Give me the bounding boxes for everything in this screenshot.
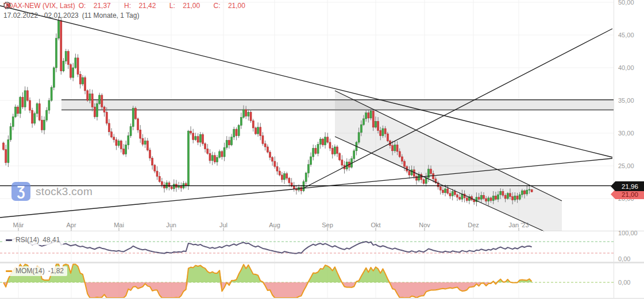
x-axis-label: Sep bbox=[322, 222, 333, 228]
mom-legend-dash-icon bbox=[6, 270, 12, 272]
x-axis-label: Mai bbox=[114, 222, 124, 228]
clock-icon bbox=[3, 2, 11, 9]
mom-indicator-label[interactable]: MOM(14) -1,82 bbox=[3, 266, 67, 276]
rsi-value: 48,41 bbox=[43, 236, 60, 244]
chart-header: VDAX-NEW (VIX, Last) O: 21,37 H: 21,42 L… bbox=[3, 2, 257, 20]
y-axis-label: 25,00 bbox=[618, 162, 634, 170]
x-axis-label: Apr bbox=[66, 222, 76, 228]
open-value: 21,37 bbox=[94, 2, 111, 10]
low-value: 21,00 bbox=[183, 2, 200, 10]
x-axis-label: Nov bbox=[419, 222, 430, 228]
y-axis-label: 0,00 bbox=[618, 255, 630, 263]
ohlc-readout: O: 21,37 H: 21,42 L: 21,00 C: 21,00 bbox=[79, 2, 257, 10]
x-axis-label: Jun bbox=[166, 222, 176, 228]
panel-separator-rsi-mom bbox=[0, 262, 644, 263]
duration: (11 Monate, 1 Tag) bbox=[82, 11, 140, 20]
y-axis-label: 30,00 bbox=[618, 129, 634, 137]
watermark-text: stock3.com bbox=[36, 185, 92, 198]
x-axis-label: Mär bbox=[13, 222, 24, 228]
y-axis-label: 100,00 bbox=[618, 229, 638, 237]
instrument-name[interactable]: VDAX-NEW (VIX, Last) bbox=[3, 2, 75, 10]
stock3-logo-icon: Ʒ bbox=[11, 182, 30, 201]
rsi-indicator-label[interactable]: RSI(14) 48,41 bbox=[3, 235, 63, 245]
y-axis-label: 35,00 bbox=[618, 96, 634, 104]
last-price-tag: 21,96 bbox=[611, 181, 644, 191]
mom-name: MOM(14) bbox=[16, 267, 45, 275]
x-axis-label: Dez bbox=[468, 222, 479, 228]
rsi-name: RSI(14) bbox=[16, 236, 39, 244]
instrument-row: VDAX-NEW (VIX, Last) O: 21,37 H: 21,42 L… bbox=[3, 2, 257, 10]
x-axis-label: Jan '23 bbox=[508, 222, 529, 228]
x-axis-label: Okt bbox=[371, 222, 380, 228]
chart-canvas[interactable] bbox=[0, 0, 644, 299]
date-range-row: 17.02.2022 - 02.01.2023 (11 Monate, 1 Ta… bbox=[3, 11, 257, 20]
mom-value: -1,82 bbox=[48, 267, 64, 275]
x-axis-label: Aug bbox=[269, 222, 280, 228]
y-axis-label: 50,00 bbox=[618, 0, 634, 6]
price-axis[interactable] bbox=[614, 0, 644, 299]
x-axis-label: Jul bbox=[219, 222, 227, 228]
y-axis-label: 40,00 bbox=[618, 64, 634, 72]
chart-window: VDAX-NEW (VIX, Last) O: 21,37 H: 21,42 L… bbox=[0, 0, 644, 299]
y-axis-label: 45,00 bbox=[618, 31, 634, 39]
watermark: Ʒ stock3.com bbox=[11, 182, 92, 201]
panel-separator-main-rsi bbox=[0, 231, 644, 231]
rsi-legend-dash-icon bbox=[6, 239, 12, 241]
y-axis-label: 0,00 bbox=[618, 278, 630, 286]
high-value: 21,42 bbox=[138, 2, 156, 10]
close-value: 21,00 bbox=[228, 2, 245, 10]
date-range: 17.02.2022 - 02.01.2023 bbox=[3, 11, 79, 20]
